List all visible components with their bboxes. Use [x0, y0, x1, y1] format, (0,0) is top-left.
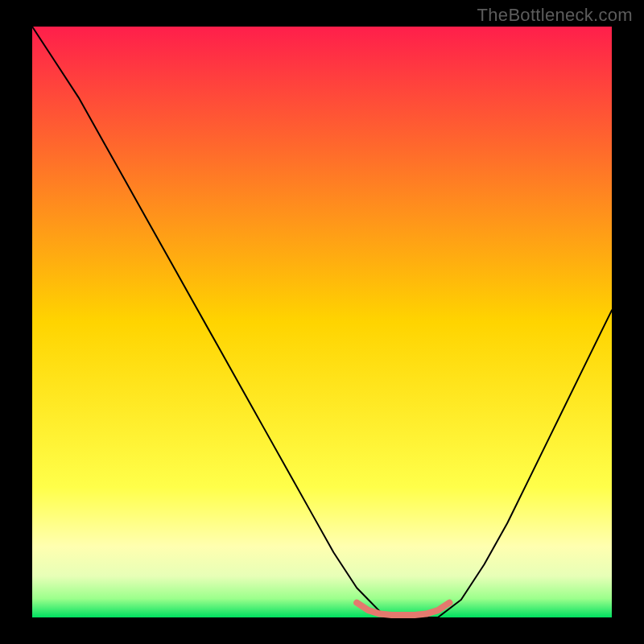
watermark-text: TheBottleneck.com [477, 5, 633, 26]
bottleneck-chart [0, 0, 644, 644]
chart-frame: TheBottleneck.com [0, 0, 644, 644]
plot-background [32, 27, 612, 617]
